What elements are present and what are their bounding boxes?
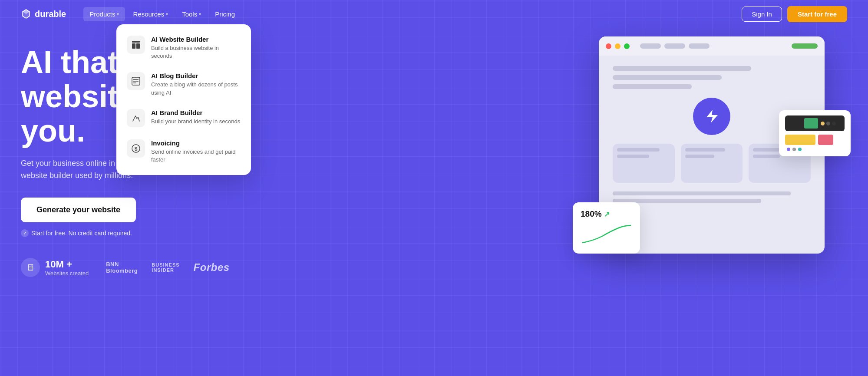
business-insider-logo: BUSINESSINSIDER bbox=[152, 262, 179, 273]
start-free-button[interactable]: Start for free bbox=[787, 6, 847, 22]
stat-websites: 🖥 10M + Websites created bbox=[21, 258, 89, 277]
invoicing-text: Invoicing Send online invoices and get p… bbox=[151, 139, 241, 164]
blog-builder-text: AI Blog Builder Create a blog with dozen… bbox=[151, 72, 241, 96]
check-icon: ✓ bbox=[21, 229, 29, 237]
logo[interactable]: durable bbox=[21, 9, 66, 19]
svg-rect-1 bbox=[132, 43, 135, 49]
stats-section: 🖥 10M + Websites created BNNBloomberg BU… bbox=[21, 258, 281, 277]
bnn-logo: BNNBloomberg bbox=[106, 261, 138, 274]
free-note: ✓ Start for free. No credit card require… bbox=[21, 229, 281, 237]
forbes-logo: Forbes bbox=[194, 261, 230, 274]
press-logos: BNNBloomberg BUSINESSINSIDER Forbes bbox=[106, 261, 229, 274]
invoicing-icon: $ bbox=[127, 139, 145, 158]
chevron-down-icon: ▾ bbox=[117, 12, 119, 16]
chevron-down-icon: ▾ bbox=[166, 12, 168, 16]
nav-links: Products ▾ Resources ▾ Tools ▾ Pricing bbox=[83, 7, 742, 21]
logo-icon bbox=[21, 9, 31, 19]
products-dropdown: AI Website Builder Build a business webs… bbox=[116, 24, 251, 175]
nav-item-pricing[interactable]: Pricing bbox=[209, 7, 241, 21]
dropdown-item-website[interactable]: AI Website Builder Build a business webs… bbox=[122, 30, 246, 66]
dropdown-item-invoicing[interactable]: $ Invoicing Send online invoices and get… bbox=[122, 133, 246, 170]
website-builder-icon bbox=[127, 36, 145, 54]
nav-actions: Sign In Start for free bbox=[742, 6, 847, 22]
chevron-down-icon: ▾ bbox=[199, 12, 201, 16]
nav-item-resources[interactable]: Resources ▾ bbox=[127, 7, 174, 21]
stat-text: 10M + Websites created bbox=[45, 259, 89, 277]
signin-button[interactable]: Sign In bbox=[742, 7, 782, 22]
svg-text:$: $ bbox=[135, 145, 138, 152]
nav-item-tools[interactable]: Tools ▾ bbox=[176, 7, 207, 21]
blog-builder-icon bbox=[127, 72, 145, 90]
brand-builder-icon bbox=[127, 109, 145, 127]
svg-rect-2 bbox=[136, 43, 140, 49]
dropdown-item-blog[interactable]: AI Blog Builder Create a blog with dozen… bbox=[122, 66, 246, 102]
generate-website-button[interactable]: Generate your website bbox=[21, 198, 136, 222]
dropdown-item-brand[interactable]: AI Brand Builder Build your brand identi… bbox=[122, 103, 246, 133]
brand-builder-text: AI Brand Builder Build your brand identi… bbox=[151, 109, 240, 125]
nav-item-products[interactable]: Products ▾ bbox=[83, 7, 125, 21]
website-builder-text: AI Website Builder Build a business webs… bbox=[151, 36, 241, 60]
monitor-icon: 🖥 bbox=[21, 258, 40, 277]
svg-rect-0 bbox=[132, 41, 140, 43]
navbar: durable Products ▾ Resources ▾ Tools ▾ P… bbox=[0, 0, 868, 28]
